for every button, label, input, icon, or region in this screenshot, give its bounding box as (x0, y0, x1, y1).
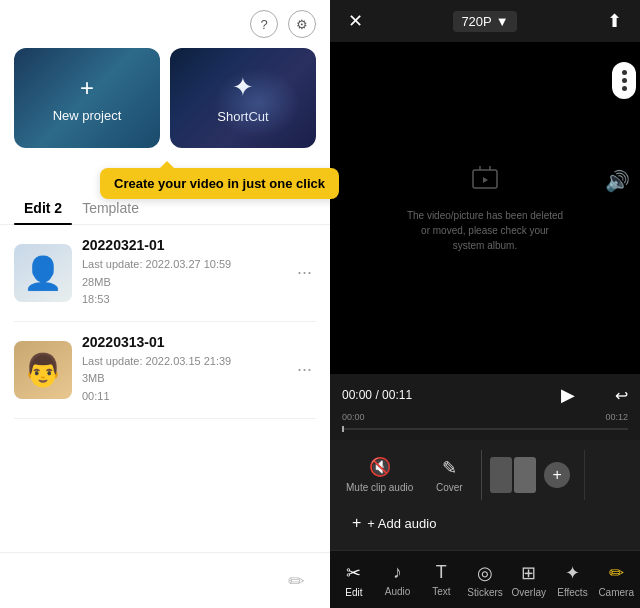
play-button[interactable]: ▶ (561, 384, 575, 406)
mute-icon: 🔇 (369, 456, 391, 478)
mute-label: Mute clip audio (346, 481, 413, 494)
project-meta-2: Last update: 2022.03.15 21:39 3MB 00:11 (82, 353, 283, 406)
video-error-container: The video/picture has been deleted or mo… (405, 163, 565, 253)
text-icon: T (436, 562, 447, 583)
help-icon[interactable]: ? (250, 10, 278, 38)
close-button[interactable]: ✕ (342, 8, 369, 34)
project-name-1: 20220321-01 (82, 237, 283, 253)
project-info-2: 20220313-01 Last update: 2022.03.15 21:3… (72, 334, 293, 406)
overlay-label: Overlay (512, 587, 546, 598)
camera-pen-icon: ✏ (609, 562, 624, 584)
project-item[interactable]: 👤 20220321-01 Last update: 2022.03.27 10… (14, 225, 316, 322)
add-audio-row: + + Add audio (330, 504, 640, 544)
mute-clip-audio-button[interactable]: 🔇 Mute clip audio (338, 450, 421, 500)
project-meta-1: Last update: 2022.03.27 10:59 28MB 18:53 (82, 256, 283, 309)
add-clip-button[interactable]: + (544, 462, 570, 488)
scroll-handle[interactable] (612, 62, 636, 99)
add-audio-button[interactable]: + + Add audio (342, 508, 628, 538)
track-timestamps: 00:00 00:12 (342, 410, 628, 426)
video-preview: The video/picture has been deleted or mo… (330, 42, 640, 374)
stickers-icon: ◎ (477, 562, 493, 584)
shortcut-label: ShortCut (217, 109, 268, 124)
right-top-bar: ✕ 720P ▼ ⬆ (330, 0, 640, 42)
scroll-dot (622, 86, 627, 91)
new-project-label: New project (53, 108, 122, 123)
audio-icon: ♪ (393, 562, 402, 583)
bottom-tool-overlay[interactable]: ⊞ Overlay (507, 558, 551, 602)
volume-indicator[interactable]: 🔊 (605, 168, 630, 194)
clip-block-2[interactable] (514, 457, 536, 493)
add-audio-label: + Add audio (367, 516, 436, 531)
project-info-1: 20220321-01 Last update: 2022.03.27 10:5… (72, 237, 293, 309)
bottom-tool-edit[interactable]: ✂ Edit (332, 558, 376, 602)
time-end: 00:12 (605, 412, 628, 422)
top-icons-row: ? ⚙ (0, 0, 330, 42)
tab-edit[interactable]: Edit 2 (14, 192, 72, 224)
undo-button[interactable]: ↩ (615, 386, 628, 405)
volume-icon: 🔊 (605, 170, 630, 192)
project-thumb-2: 👨 (14, 341, 72, 399)
playback-row: 00:00 / 00:11 ▶ ↩ (342, 380, 628, 410)
new-project-icon: + (80, 74, 94, 102)
add-audio-plus-icon: + (352, 514, 361, 532)
shortcut-tooltip: Create your video in just one click (100, 168, 339, 199)
edit-tools-row: 🔇 Mute clip audio ✎ Cover + (330, 446, 640, 504)
shortcut-magic-icon: ✦ (232, 72, 254, 103)
bottom-toolbar: ✂ Edit ♪ Audio T Text ◎ Stickers ⊞ Overl… (330, 550, 640, 608)
text-label: Text (432, 586, 450, 597)
divider (481, 450, 482, 500)
overlay-icon: ⊞ (521, 562, 536, 584)
audio-label: Audio (385, 586, 411, 597)
timeline-controls: 00:00 / 00:11 ▶ ↩ 00:00 00:12 (330, 374, 640, 440)
project-thumb-1: 👤 (14, 244, 72, 302)
cover-icon: ✎ (442, 457, 457, 479)
right-panel: ✕ 720P ▼ ⬆ The video/picture has been de… (330, 0, 640, 608)
left-bottom-bar: ✏ (0, 552, 330, 608)
cover-label: Cover (436, 482, 463, 493)
quality-arrow-icon: ▼ (496, 14, 509, 29)
bottom-tool-effects[interactable]: ✦ Effects (551, 558, 595, 602)
effects-label: Effects (557, 587, 587, 598)
new-project-card[interactable]: + New project (14, 48, 160, 148)
current-time: 00:00 / 00:11 (342, 388, 412, 402)
left-panel: ? ⚙ + New project ✦ ShortCut Create your… (0, 0, 330, 608)
bottom-tool-stickers[interactable]: ◎ Stickers (463, 558, 507, 602)
camera-label: Camera (598, 587, 634, 598)
more-options-btn-1[interactable]: ··· (293, 258, 316, 287)
time-start: 00:00 (342, 412, 365, 422)
project-name-2: 20220313-01 (82, 334, 283, 350)
settings-icon[interactable]: ⚙ (288, 10, 316, 38)
more-options-btn-2[interactable]: ··· (293, 355, 316, 384)
quality-selector[interactable]: 720P ▼ (453, 11, 516, 32)
effects-icon: ✦ (565, 562, 580, 584)
video-error-icon (470, 163, 500, 200)
video-error-text: The video/picture has been deleted or mo… (405, 208, 565, 253)
pencil-icon[interactable]: ✏ (278, 563, 314, 599)
bottom-tool-camera[interactable]: ✏ Camera (594, 558, 638, 602)
edit-label: Edit (345, 587, 362, 598)
quality-label: 720P (461, 14, 491, 29)
scroll-dot (622, 78, 627, 83)
edit-tools-area: 🔇 Mute clip audio ✎ Cover + + + Add aud (330, 440, 640, 550)
project-grid: + New project ✦ ShortCut (0, 42, 330, 158)
stickers-label: Stickers (467, 587, 503, 598)
bottom-tool-audio[interactable]: ♪ Audio (376, 558, 420, 601)
bottom-tool-text[interactable]: T Text (419, 558, 463, 601)
export-button[interactable]: ⬆ (601, 8, 628, 34)
export-icon: ⬆ (607, 11, 622, 31)
scissors-icon: ✂ (346, 562, 361, 584)
clip-block-1[interactable] (490, 457, 512, 493)
shortcut-card[interactable]: ✦ ShortCut (170, 48, 316, 148)
project-list: 👤 20220321-01 Last update: 2022.03.27 10… (0, 225, 330, 552)
clip-blocks (490, 457, 536, 493)
scroll-dot (622, 70, 627, 75)
cover-button[interactable]: ✎ Cover (425, 451, 473, 499)
project-item[interactable]: 👨 20220313-01 Last update: 2022.03.15 21… (14, 322, 316, 419)
